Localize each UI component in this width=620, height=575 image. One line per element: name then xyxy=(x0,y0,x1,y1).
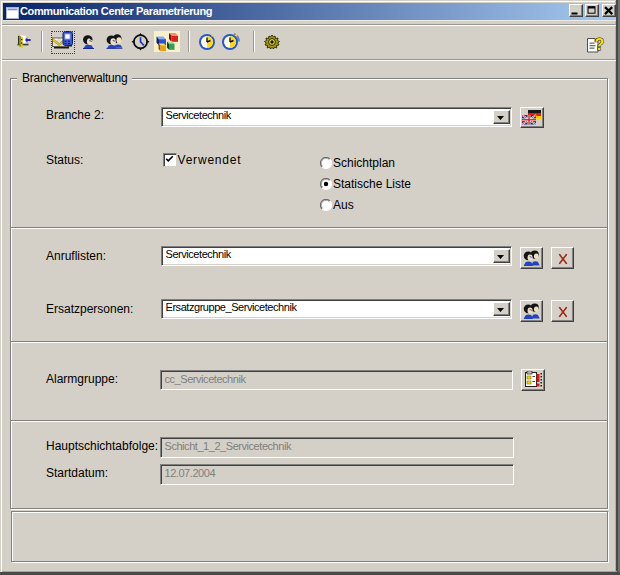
svg-text:?: ? xyxy=(594,36,604,53)
